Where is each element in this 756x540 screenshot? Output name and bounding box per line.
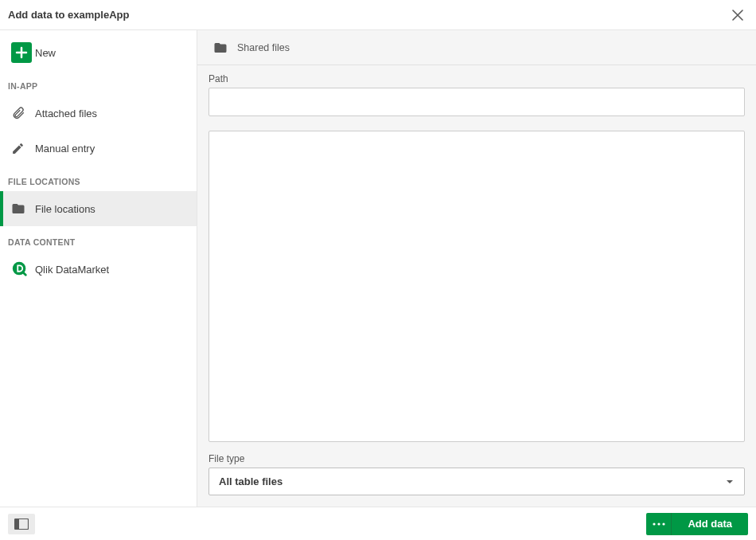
dialog-body: New IN-APP Attached files Manual entry F… <box>0 30 756 507</box>
section-label-in-app: IN-APP <box>0 70 197 96</box>
folder-icon <box>11 202 35 216</box>
dialog-title: Add data to exampleApp <box>8 9 129 21</box>
sidebar-item-label: File locations <box>35 203 95 215</box>
file-list[interactable] <box>208 131 745 442</box>
panel-icon <box>14 518 29 530</box>
path-label: Path <box>208 73 745 84</box>
panel-toggle-button[interactable] <box>8 514 35 534</box>
close-icon <box>732 10 743 21</box>
add-data-button[interactable]: Add data <box>672 513 748 535</box>
svg-point-5 <box>662 522 664 525</box>
svg-point-4 <box>657 522 660 525</box>
dialog-footer: Add data <box>0 507 756 540</box>
pencil-icon <box>11 142 35 155</box>
sidebar-item-qlik-datamarket[interactable]: Qlik DataMarket <box>0 252 197 287</box>
file-type-select[interactable]: All table files <box>208 468 745 495</box>
sidebar-item-label: Attached files <box>35 108 97 119</box>
section-label-data-content: DATA CONTENT <box>0 226 197 252</box>
breadcrumb: Shared files <box>197 30 756 65</box>
close-button[interactable] <box>731 8 745 22</box>
sidebar-item-attached-files[interactable]: Attached files <box>0 96 197 131</box>
dialog-header: Add data to exampleApp <box>0 0 756 30</box>
main-panel: Shared files Path File type All table fi… <box>197 30 756 507</box>
svg-rect-2 <box>15 519 19 529</box>
file-type-label: File type <box>208 453 745 464</box>
sidebar-item-manual-entry[interactable]: Manual entry <box>0 131 197 166</box>
file-type-value: All table files <box>219 475 283 487</box>
svg-point-3 <box>653 522 655 525</box>
chevron-down-icon <box>725 477 735 487</box>
sidebar-item-new[interactable]: New <box>0 35 197 70</box>
plus-icon <box>11 42 35 63</box>
sidebar: New IN-APP Attached files Manual entry F… <box>0 30 197 507</box>
sidebar-item-file-locations[interactable]: File locations <box>0 191 197 226</box>
main-content: Path File type All table files <box>197 65 756 507</box>
dots-icon <box>653 522 665 526</box>
sidebar-item-label: Manual entry <box>35 143 95 155</box>
sidebar-item-label: New <box>35 47 56 59</box>
folder-icon <box>213 41 237 55</box>
more-options-button[interactable] <box>646 513 672 535</box>
add-data-label: Add data <box>688 518 732 530</box>
paperclip-icon <box>11 106 35 120</box>
section-label-file-locations: FILE LOCATIONS <box>0 166 197 191</box>
datamarket-icon <box>11 260 35 278</box>
sidebar-item-label: Qlik DataMarket <box>35 264 109 276</box>
path-input[interactable] <box>208 88 745 116</box>
breadcrumb-label: Shared files <box>237 42 290 53</box>
